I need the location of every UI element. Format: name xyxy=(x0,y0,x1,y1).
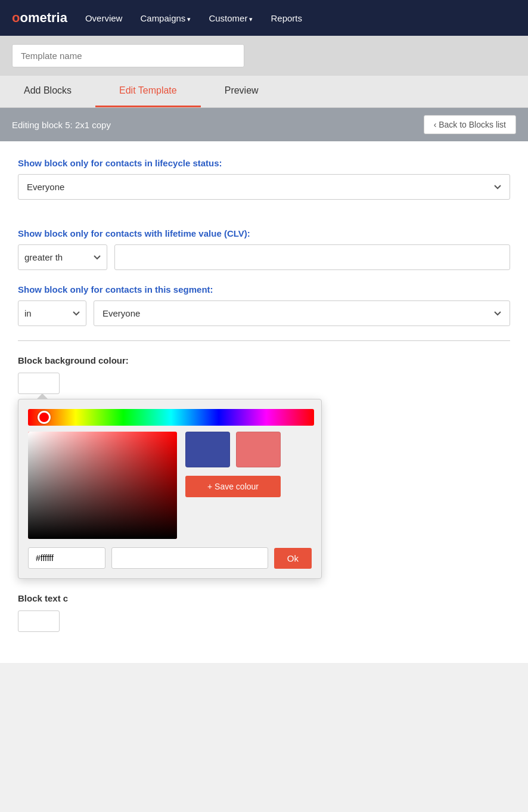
template-name-bar xyxy=(0,36,528,76)
segment-value-select[interactable]: Everyone xyxy=(94,300,510,326)
segment-label: Show block only for contacts in this seg… xyxy=(18,284,510,295)
segment-row: in Everyone xyxy=(18,300,510,326)
picker-footer: Ok xyxy=(28,547,312,569)
lifecycle-select[interactable]: Everyone xyxy=(18,174,510,200)
saved-swatches-row xyxy=(185,432,281,467)
saved-swatch-1[interactable] xyxy=(185,432,230,467)
clv-label: Show block only for contacts with lifeti… xyxy=(18,228,510,238)
text-colour-swatch[interactable] xyxy=(18,610,60,632)
template-name-input[interactable] xyxy=(12,44,244,67)
saved-colours-panel: + Save colour xyxy=(185,432,281,539)
block-text-label: Block text c xyxy=(18,593,510,603)
nav-overview[interactable]: Overview xyxy=(85,13,123,23)
hue-bar[interactable] xyxy=(28,409,314,426)
color-picker-popup: + Save colour Ok xyxy=(18,399,322,579)
tab-edit-template[interactable]: Edit Template xyxy=(95,76,201,107)
gradient-black-layer xyxy=(28,432,177,539)
clv-section: Show block only for contacts with lifeti… xyxy=(18,228,510,270)
segment-section: Show block only for contacts in this seg… xyxy=(18,284,510,326)
back-to-blocks-button[interactable]: ‹ Back to Blocks list xyxy=(424,115,516,134)
nav-campaigns[interactable]: Campaigns xyxy=(140,13,191,23)
section-divider xyxy=(18,340,510,341)
block-text-section: Block text c xyxy=(18,593,510,632)
bg-colour-label: Block background colour: xyxy=(18,355,510,365)
lifecycle-label: Show block only for contacts in lifecycl… xyxy=(18,158,510,168)
picker-body: + Save colour xyxy=(28,432,312,539)
save-colour-button[interactable]: + Save colour xyxy=(185,476,281,497)
segment-operator-select[interactable]: in xyxy=(18,300,86,326)
tab-add-blocks[interactable]: Add Blocks xyxy=(0,76,95,107)
lifecycle-section: Show block only for contacts in lifecycl… xyxy=(18,158,510,214)
main-content: Show block only for contacts in lifecycl… xyxy=(0,141,528,663)
editing-bar: Editing block 5: 2x1 copy ‹ Back to Bloc… xyxy=(0,108,528,141)
editing-block-label: Editing block 5: 2x1 copy xyxy=(12,120,111,130)
clv-row: greater th xyxy=(18,244,510,270)
bg-colour-section: Block background colour: xyxy=(18,355,510,579)
nav-links: Overview Campaigns Customer Reports xyxy=(85,13,302,23)
tab-preview[interactable]: Preview xyxy=(201,76,282,107)
logo: oometria xyxy=(12,10,67,26)
clv-operator-select[interactable]: greater th xyxy=(18,244,107,270)
bg-colour-swatch[interactable] xyxy=(18,373,60,394)
nav-customer[interactable]: Customer xyxy=(209,13,253,23)
saved-swatch-2[interactable] xyxy=(236,432,281,467)
navbar: oometria Overview Campaigns Customer Rep… xyxy=(0,0,528,36)
opacity-input[interactable] xyxy=(111,547,268,569)
hex-input[interactable] xyxy=(28,547,105,569)
nav-reports[interactable]: Reports xyxy=(271,13,302,23)
gradient-box[interactable] xyxy=(28,432,177,539)
tabs-bar: Add Blocks Edit Template Preview xyxy=(0,76,528,108)
ok-button[interactable]: Ok xyxy=(274,548,312,569)
hue-indicator[interactable] xyxy=(38,411,51,424)
clv-value-input[interactable] xyxy=(114,244,510,270)
